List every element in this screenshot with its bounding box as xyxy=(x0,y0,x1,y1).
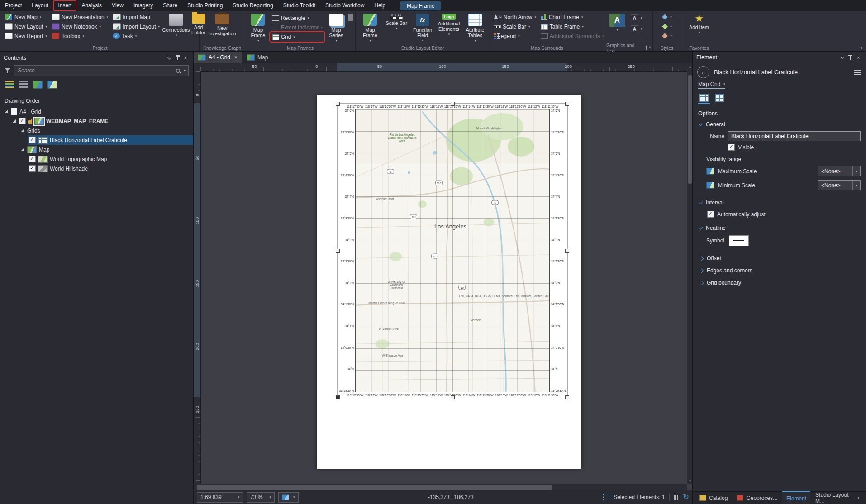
tab-map-frame[interactable]: Map Frame xyxy=(400,1,441,10)
function-field-button[interactable]: fxFunction Field▾ xyxy=(410,12,435,43)
graphics-text-button[interactable]: ▾ xyxy=(606,12,628,32)
selection-handle[interactable] xyxy=(565,395,569,399)
menu-item[interactable]: Studio Printing xyxy=(182,0,228,11)
minimum-scale-dropdown[interactable]: <None> ▾ xyxy=(818,180,861,190)
collapsed-section-header[interactable]: Offset xyxy=(698,252,861,264)
layout-canvas[interactable]: 118°17'30"W118°17'W118°16'30"W118°16'W11… xyxy=(200,71,687,484)
search-options-icon[interactable]: ▾ xyxy=(184,69,186,72)
filter-icon[interactable] xyxy=(5,68,10,73)
menu-item[interactable]: Studio Toolkit xyxy=(278,0,320,11)
edit-text-button[interactable]: ▾ xyxy=(629,13,644,23)
table-frame-button[interactable]: Table Frame▾ xyxy=(539,22,606,31)
expander-icon[interactable] xyxy=(13,119,16,123)
menu-item[interactable]: View xyxy=(107,0,128,11)
selection-handle[interactable] xyxy=(336,249,340,253)
menu-item[interactable]: Studio Reporting xyxy=(228,0,278,11)
selection-handle[interactable] xyxy=(336,102,340,106)
connections-button[interactable]: Connections▾ xyxy=(162,12,190,37)
list-by-drawing-order-icon[interactable] xyxy=(5,81,14,88)
tree-item-layout[interactable]: A4 - Grid xyxy=(0,107,193,116)
tab-map[interactable]: Map xyxy=(242,51,272,63)
new-investigation-button[interactable]: New Investigation xyxy=(209,12,236,36)
additional-surrounds-button[interactable]: Additional Surrounds▾ xyxy=(539,31,606,41)
extent-dropdown[interactable]: ▾ xyxy=(278,492,299,503)
new-presentation-button[interactable]: New Presentation▾ xyxy=(50,12,110,22)
additional-elements-button[interactable]: LogoAdditional Elements▾ xyxy=(436,12,462,36)
refresh-icon[interactable]: ↻ xyxy=(683,494,689,501)
selection-handle[interactable] xyxy=(451,102,455,106)
menu-item[interactable]: Insert xyxy=(53,0,76,11)
back-button[interactable]: ← xyxy=(697,66,709,78)
chart-frame-button[interactable]: Chart Frame▾ xyxy=(539,12,606,22)
pin-icon[interactable] xyxy=(173,54,181,62)
style-color-button[interactable]: ▾ xyxy=(660,31,674,41)
panel-menu-icon[interactable] xyxy=(165,54,173,62)
visibility-checkbox[interactable] xyxy=(29,137,36,143)
close-icon[interactable]: × xyxy=(854,54,862,61)
tree-item-map-frame[interactable]: WEBMAP_MAP_FRAME xyxy=(0,116,193,126)
tab-geoprocessing[interactable]: Geoproces... xyxy=(733,492,781,504)
collapsed-section-header[interactable]: Edges and corners xyxy=(698,264,861,276)
tree-item-topographic[interactable]: World Topographic Map xyxy=(0,154,193,164)
new-report-button[interactable]: New Report▾ xyxy=(3,31,49,41)
visible-checkbox[interactable] xyxy=(728,144,735,151)
import-layout-button[interactable]: Import Layout▾ xyxy=(111,22,162,31)
tab-grid-options[interactable] xyxy=(698,92,710,104)
new-map-button[interactable]: New Map▾ xyxy=(3,12,49,22)
layout-page[interactable]: 118°17'30"W118°17'W118°16'30"W118°16'W11… xyxy=(317,95,581,469)
close-tab-icon[interactable]: × xyxy=(234,54,238,61)
map-grid-dropdown[interactable]: Map Grid▾ xyxy=(698,81,725,89)
close-icon[interactable]: × xyxy=(181,54,190,62)
menu-item[interactable]: Share xyxy=(158,0,182,11)
search-icon[interactable] xyxy=(176,69,180,73)
dialog-launcher-icon[interactable] xyxy=(646,46,651,50)
tree-item-graticule[interactable]: Black Horizontal Label Graticule xyxy=(0,135,193,145)
new-layout-button[interactable]: New Layout▾ xyxy=(3,22,49,31)
collapsed-section-header[interactable]: Grid boundary xyxy=(698,276,861,288)
tree-item-hillshade[interactable]: World Hillshade xyxy=(0,164,193,173)
add-item-button[interactable]: ★Add Item▾ xyxy=(685,12,713,34)
tab-element[interactable]: Element xyxy=(782,491,810,504)
map-frame-button[interactable]: Map Frame▾ xyxy=(247,12,269,43)
vertical-ruler[interactable]: 050100150200250 xyxy=(193,71,201,484)
scrollbar-thumb[interactable] xyxy=(688,75,692,184)
horizontal-scrollbar[interactable] xyxy=(193,484,687,490)
section-general[interactable]: General xyxy=(698,118,861,130)
studio-scale-bar-button[interactable]: 0 5 10Scale Bar▾ xyxy=(384,12,409,30)
legend-button[interactable]: Legend▾ xyxy=(492,31,538,41)
expander-icon[interactable] xyxy=(21,129,24,132)
automatically-adjust-checkbox[interactable] xyxy=(707,211,714,218)
pin-icon[interactable] xyxy=(846,54,854,61)
list-by-element-type-icon[interactable] xyxy=(19,81,28,88)
menu-item[interactable]: Analysis xyxy=(76,0,107,11)
attribute-tables-button[interactable]: Attribute Tables▾ xyxy=(462,12,488,43)
menu-item[interactable]: Imagery xyxy=(128,0,158,11)
collapse-ribbon-icon[interactable]: ▾ xyxy=(860,46,862,50)
menu-item[interactable]: Studio Workflow xyxy=(320,0,369,11)
toolbox-button[interactable]: Toolbox▾ xyxy=(50,31,110,41)
extent-indicator-button[interactable]: Extent Indicator▾ xyxy=(270,23,324,32)
map-series-button[interactable]: Map Series▾ xyxy=(325,12,347,43)
tree-item-grids[interactable]: Grids xyxy=(0,126,193,135)
hamburger-menu-icon[interactable] xyxy=(854,70,861,75)
list-maps-icon[interactable] xyxy=(33,81,43,89)
zoom-dropdown[interactable]: 73 %▾ xyxy=(247,492,275,503)
search-input[interactable] xyxy=(17,67,173,74)
style-symbol-button[interactable]: ▾ xyxy=(660,22,674,31)
studio-map-frame-button[interactable]: Map Frame▾ xyxy=(357,12,383,43)
menu-item[interactable]: Project xyxy=(0,0,27,11)
section-neatline[interactable]: Neatline xyxy=(698,221,861,233)
north-arrow-button[interactable]: NNorth Arrow▾ xyxy=(492,12,538,22)
new-notebook-button[interactable]: New Notebook▾ xyxy=(50,22,110,31)
paste-icon[interactable] xyxy=(348,14,353,21)
tab-studio-layout[interactable]: Studio Layout M...▾ xyxy=(811,492,863,504)
list-map-frames-icon[interactable] xyxy=(47,81,57,89)
import-map-button[interactable]: Import Map xyxy=(111,12,162,22)
scrollbar-thumb[interactable] xyxy=(197,485,552,490)
rectangle-button[interactable]: Rectangle▾ xyxy=(270,13,324,23)
task-button[interactable]: Task▾ xyxy=(111,31,162,41)
map-canvas[interactable]: Mount Washington Rio de Los Angeles Stat… xyxy=(355,109,550,392)
scale-dropdown[interactable]: 1:69 839▾ xyxy=(197,492,243,503)
style-gallery-button[interactable]: ▾ xyxy=(660,12,674,22)
expander-icon[interactable] xyxy=(21,148,24,151)
